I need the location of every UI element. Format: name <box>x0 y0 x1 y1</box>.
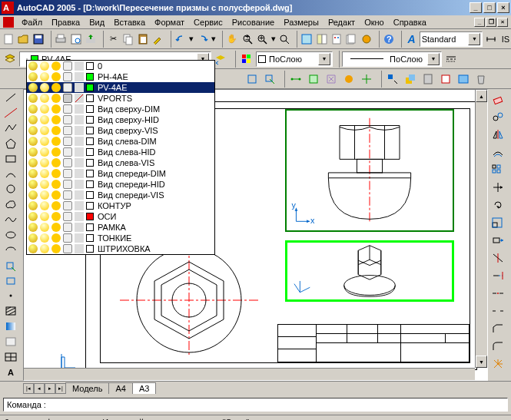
lock-icon[interactable] <box>63 190 72 200</box>
lock-icon[interactable] <box>63 72 72 81</box>
vp-freeze-icon[interactable] <box>51 83 61 92</box>
undo-dropdown[interactable]: ▾ <box>188 31 195 48</box>
rectangle-button[interactable] <box>2 151 20 166</box>
plot-icon[interactable] <box>75 158 84 167</box>
freeze-icon[interactable] <box>40 94 49 103</box>
layer-row[interactable]: РАМКА <box>27 222 214 233</box>
freeze-icon[interactable] <box>40 126 49 135</box>
layer-color-swatch[interactable] <box>86 223 94 231</box>
insert-block-button[interactable] <box>2 258 20 273</box>
color-button[interactable] <box>238 51 255 68</box>
paste-button[interactable] <box>136 31 150 48</box>
vp-freeze-icon[interactable] <box>51 61 61 71</box>
layer-row[interactable]: Вид сверху-DIM <box>27 104 214 114</box>
menu-help[interactable]: Справка <box>389 17 431 28</box>
lock-icon[interactable] <box>63 233 72 243</box>
tab-last-button[interactable]: ▸| <box>55 383 66 394</box>
layer-row[interactable]: VPORTS <box>27 93 214 104</box>
region-button[interactable] <box>2 335 20 349</box>
help-button[interactable]: ? <box>382 31 396 48</box>
make-block-button[interactable] <box>2 273 20 288</box>
freeze-icon[interactable] <box>40 104 49 114</box>
vp-freeze-icon[interactable] <box>51 169 61 178</box>
lock-icon[interactable] <box>63 147 72 157</box>
redo-dropdown[interactable]: ▾ <box>211 31 217 48</box>
array-button[interactable] <box>489 161 506 178</box>
save-button[interactable] <box>32 31 45 48</box>
polyline-button[interactable] <box>2 121 20 136</box>
minimize-button[interactable]: _ <box>470 2 482 13</box>
freeze-icon[interactable] <box>40 61 49 71</box>
designcenter-button[interactable] <box>315 31 329 48</box>
layer-row[interactable]: Вид спереди-HID <box>27 179 214 190</box>
lock-icon[interactable] <box>63 104 72 114</box>
menu-view[interactable]: Вид <box>85 17 109 28</box>
chamfer-button[interactable] <box>489 320 506 337</box>
match-properties-button[interactable] <box>151 31 164 48</box>
layer-color-swatch[interactable] <box>86 137 94 145</box>
layer-row[interactable]: Вид слева-HID <box>27 147 214 157</box>
vp-freeze-icon[interactable] <box>51 115 61 124</box>
linetype-manager-button[interactable] <box>443 51 460 68</box>
tab-prev-button[interactable]: ◂ <box>34 383 45 394</box>
bulb-icon[interactable] <box>28 126 38 135</box>
erase-button[interactable] <box>489 91 506 107</box>
freeze-icon[interactable] <box>40 190 49 200</box>
horizontal-scrollbar[interactable] <box>24 368 475 380</box>
arc-button[interactable] <box>2 167 20 181</box>
zoom-realtime-button[interactable]: ± <box>241 31 254 48</box>
layer-color-swatch[interactable] <box>86 180 94 188</box>
lock-icon[interactable] <box>63 83 72 92</box>
layer-color-swatch[interactable] <box>86 84 94 91</box>
freeze-icon[interactable] <box>40 223 49 232</box>
menu-draw[interactable]: Рисование <box>227 17 279 28</box>
vp-freeze-icon[interactable] <box>51 104 61 114</box>
fillet-button[interactable] <box>489 338 506 355</box>
freeze-icon[interactable] <box>40 244 49 253</box>
plot-icon[interactable] <box>75 212 84 221</box>
bulb-icon[interactable] <box>28 169 38 178</box>
vp-freeze-icon[interactable] <box>51 147 61 157</box>
revcloud-button[interactable] <box>2 197 20 212</box>
bulb-icon[interactable] <box>28 137 38 146</box>
tab-model[interactable]: Модель <box>65 382 109 394</box>
freeze-icon[interactable] <box>40 72 49 81</box>
bulb-icon[interactable] <box>28 223 38 232</box>
image-button[interactable] <box>455 71 472 88</box>
layer-color-swatch[interactable] <box>86 159 94 167</box>
command-line[interactable]: Команда : <box>3 398 508 412</box>
tab-next-button[interactable]: ▸ <box>45 383 55 394</box>
open-button[interactable] <box>16 31 30 48</box>
mtext-button[interactable]: A <box>2 365 20 379</box>
menu-insert[interactable]: Вставка <box>109 17 150 28</box>
polygon-button[interactable] <box>2 137 20 151</box>
plot-icon[interactable] <box>75 233 84 243</box>
plot-icon[interactable] <box>75 180 84 189</box>
locate-point-button[interactable] <box>358 71 375 88</box>
color-combo[interactable]: ПоСлою ▼ <box>256 51 333 67</box>
plot-icon[interactable] <box>75 115 84 124</box>
vp-freeze-icon[interactable] <box>51 158 61 167</box>
layer-row[interactable]: Вид спереди-DIM <box>27 168 214 179</box>
ellipse-button[interactable] <box>2 228 20 243</box>
gradient-button[interactable] <box>2 319 20 334</box>
freeze-icon[interactable] <box>40 169 49 178</box>
layer-color-swatch[interactable] <box>86 191 94 199</box>
markup-button[interactable] <box>360 31 373 48</box>
bulb-icon[interactable] <box>28 94 38 103</box>
toolpalette-button[interactable] <box>330 31 343 48</box>
dropdown-arrow-icon[interactable]: ▼ <box>468 33 480 45</box>
menu-file[interactable]: Файл <box>17 17 47 28</box>
plot-icon[interactable] <box>75 61 84 71</box>
vp-freeze-icon[interactable] <box>51 212 61 221</box>
layer-row[interactable]: Вид сверху-VIS <box>27 125 214 136</box>
tab-a3[interactable]: A3 <box>132 382 156 394</box>
properties-button[interactable] <box>300 31 314 48</box>
layer-row[interactable]: 0 <box>27 61 214 71</box>
lock-icon[interactable] <box>63 94 72 103</box>
plot-icon[interactable] <box>75 169 84 178</box>
vp-freeze-icon[interactable] <box>51 233 61 243</box>
lock-icon[interactable] <box>63 212 72 221</box>
plot-icon[interactable] <box>75 104 84 114</box>
explode-button[interactable] <box>489 356 506 372</box>
